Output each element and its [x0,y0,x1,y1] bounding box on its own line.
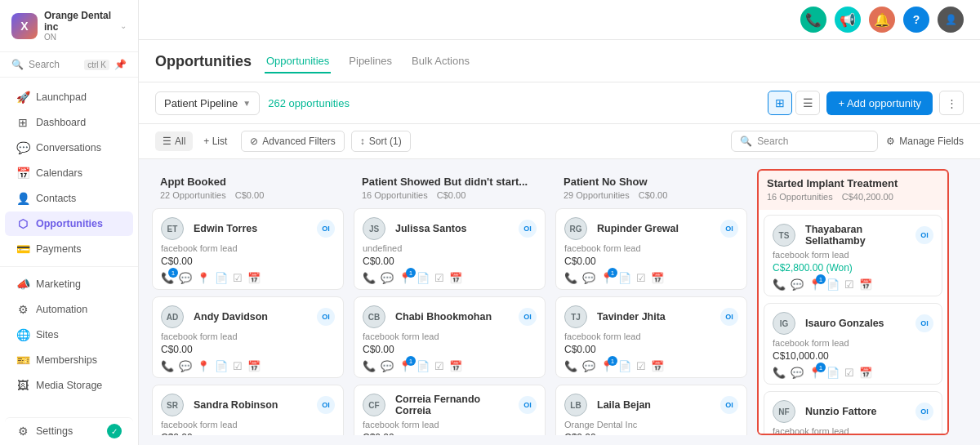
checkbox-icon[interactable]: ☑ [636,360,646,372]
tab-opportunities[interactable]: Opportunities [265,50,331,73]
kanban-card[interactable]: CF Correia Fernando Correia OI facebook … [354,385,546,435]
location-icon[interactable]: 📍1 [399,360,412,372]
phone-icon[interactable]: 📞 [161,360,174,372]
sidebar-item-label: Media Storage [36,380,102,391]
help-icon-button[interactable]: ? [903,7,929,33]
location-icon[interactable]: 📍1 [600,360,613,372]
sidebar-item-automation[interactable]: ⚙ Automation [5,297,133,322]
phone-icon[interactable]: 📞 [363,272,376,284]
location-icon[interactable]: 📍 [197,360,210,372]
location-icon[interactable]: 📍1 [808,367,822,379]
location-icon[interactable]: 📍1 [399,272,412,284]
phone-icon[interactable]: 📞 [773,367,786,379]
kanban-card[interactable]: JS Julissa Santos OI undefined C$0.00 📞 … [354,208,546,290]
kanban-card[interactable]: IG Isauro Gonzales OI facebook form lead… [764,303,942,385]
icon-badge: 1 [406,268,416,278]
sidebar-item-calendars[interactable]: 📅 Calendars [5,161,133,185]
checkbox-icon[interactable]: ☑ [434,360,444,372]
calendar-icon[interactable]: 📅 [859,278,872,291]
sidebar-item-sites[interactable]: 🌐 Sites [5,323,133,347]
kanban-card[interactable]: NF Nunzio Fattore OI facebook form lead … [764,391,942,435]
message-icon[interactable]: 💬 [582,272,595,284]
document-icon[interactable]: 📄 [826,367,840,379]
tab-pipelines[interactable]: Pipelines [347,50,394,73]
kanban-card[interactable]: CB Chabi Bhookmohan OI facebook form lea… [354,296,546,378]
calendar-icon[interactable]: 📅 [449,360,462,372]
document-icon[interactable]: 📄 [416,360,430,372]
tab-bulk-actions[interactable]: Bulk Actions [410,50,471,73]
user-avatar-button[interactable]: 👤 [938,7,964,33]
message-icon[interactable]: 💬 [791,367,804,379]
kanban-card[interactable]: LB Laila Bejan OI Orange Dental Inc C$0.… [555,385,747,435]
calendar-icon[interactable]: 📅 [247,272,261,284]
sidebar-item-conversations[interactable]: 💬 Conversations [5,136,133,160]
media-storage-icon: 🖼 [16,379,29,392]
sidebar-item-payments[interactable]: 💳 Payments [5,237,133,261]
message-icon[interactable]: 💬 [582,360,595,372]
sort-button[interactable]: ↕ Sort (1) [351,131,411,152]
message-icon[interactable]: 💬 [179,272,192,284]
document-icon[interactable]: 📄 [618,360,631,372]
sidebar-item-opportunities[interactable]: ⬡ Opportunities [5,211,133,236]
document-icon[interactable]: 📄 [215,360,228,372]
grid-view-button[interactable]: ⊞ [768,91,792,115]
kanban-card[interactable]: AD Andy Davidson OI facebook form lead C… [152,296,344,378]
org-switcher[interactable]: X Orange Dental inc ON ⌄ [0,0,138,52]
add-opportunity-button[interactable]: + Add opportunity [826,91,933,115]
message-icon[interactable]: 💬 [381,360,394,372]
sidebar-item-settings[interactable]: ⚙ Settings ✓ [5,417,133,444]
pipeline-selector[interactable]: Patient Pipeline ▼ [155,91,260,115]
megaphone-icon-button[interactable]: 📢 [835,7,861,33]
manage-fields-button[interactable]: ⚙ Manage Fields [886,136,964,147]
checkbox-icon[interactable]: ☑ [434,272,444,284]
sidebar-item-dashboard[interactable]: ⊞ Dashboard [5,110,133,135]
document-icon[interactable]: 📄 [826,278,840,291]
location-icon[interactable]: 📍1 [808,278,822,291]
document-icon[interactable]: 📄 [416,272,430,284]
notification-icon-button[interactable]: 🔔 [869,7,895,33]
document-icon[interactable]: 📄 [618,272,631,284]
message-icon[interactable]: 💬 [381,272,394,284]
calendar-icon[interactable]: 📅 [651,272,664,284]
kanban-card[interactable]: RG Rupinder Grewal OI facebook form lead… [555,208,747,290]
sidebar-item-memberships[interactable]: 🎫 Memberships [5,348,133,372]
checkbox-icon[interactable]: ☑ [233,272,243,284]
kanban-column-started-implant: Started Implant Treatment 16 Opportuniti… [757,169,949,435]
advanced-filters-button[interactable]: ⊘ Advanced Filters [241,131,344,152]
calendar-icon[interactable]: 📅 [859,367,872,379]
card-amount: C$0.00 [363,256,537,267]
phone-icon-button[interactable]: 📞 [800,7,826,33]
phone-icon[interactable]: 📞 [363,360,376,372]
checkbox-icon[interactable]: ☑ [844,278,854,291]
calendar-icon[interactable]: 📅 [449,272,462,284]
sidebar-item-marketing[interactable]: 📣 Marketing [5,272,133,296]
tab-list-add[interactable]: + List [196,131,234,151]
tab-all[interactable]: ☰ All [155,131,193,151]
calendar-icon[interactable]: 📅 [247,360,261,372]
phone-icon[interactable]: 📞 [564,272,577,284]
phone-icon[interactable]: 📞 [564,360,577,372]
kanban-card[interactable]: SR Sandra Robinson OI facebook form lead… [152,385,344,435]
phone-icon[interactable]: 📞1 [161,272,174,284]
checkbox-icon[interactable]: ☑ [233,360,243,372]
checkbox-icon[interactable]: ☑ [636,272,646,284]
kanban-card[interactable]: TJ Tavinder Jhita OI facebook form lead … [555,296,747,378]
message-icon[interactable]: 💬 [791,278,804,291]
search-icon: 🔍 [11,59,24,70]
message-icon[interactable]: 💬 [179,360,192,372]
more-options-button[interactable]: ⋮ [939,91,964,115]
location-icon[interactable]: 📍1 [600,272,613,284]
calendar-icon[interactable]: 📅 [651,360,664,372]
sidebar-item-media-storage[interactable]: 🖼 Media Storage [5,373,133,398]
sidebar-item-contacts[interactable]: 👤 Contacts [5,186,133,211]
kanban-card[interactable]: ET Edwin Torres OI facebook form lead C$… [152,208,344,290]
phone-icon[interactable]: 📞 [773,278,786,291]
sidebar-item-launchpad[interactable]: 🚀 Launchpad [5,85,133,109]
list-view-button[interactable]: ☰ [795,91,820,115]
kanban-card[interactable]: TS Thayabaran Sellathamby OI facebook fo… [764,215,942,296]
checkbox-icon[interactable]: ☑ [844,367,854,379]
sidebar-search-bar[interactable]: 🔍 Search ctrl K 📌 [0,52,138,78]
search-bar[interactable]: 🔍 Search [731,131,878,152]
location-icon[interactable]: 📍 [197,272,210,284]
document-icon[interactable]: 📄 [215,272,228,284]
